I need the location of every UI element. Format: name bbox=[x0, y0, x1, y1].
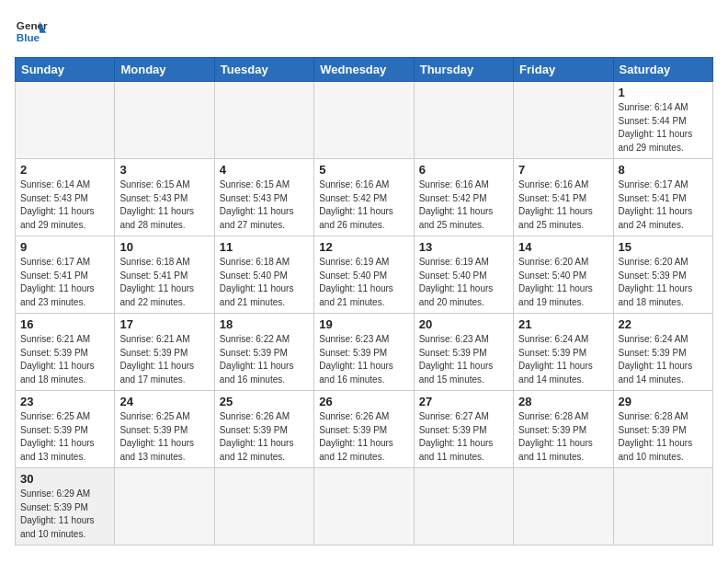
day-info: Sunrise: 6:28 AM Sunset: 5:39 PM Dayligh… bbox=[619, 410, 708, 464]
calendar-cell bbox=[314, 82, 414, 159]
col-header-wednesday: Wednesday bbox=[314, 58, 414, 82]
calendar-cell: 27Sunrise: 6:27 AM Sunset: 5:39 PM Dayli… bbox=[414, 391, 513, 468]
calendar-cell: 26Sunrise: 6:26 AM Sunset: 5:39 PM Dayli… bbox=[314, 391, 414, 468]
day-info: Sunrise: 6:25 AM Sunset: 5:39 PM Dayligh… bbox=[119, 410, 209, 464]
calendar-cell: 1Sunrise: 6:14 AM Sunset: 5:44 PM Daylig… bbox=[613, 82, 712, 159]
col-header-tuesday: Tuesday bbox=[214, 58, 313, 82]
day-number: 10 bbox=[119, 240, 209, 254]
day-number: 2 bbox=[20, 163, 109, 177]
calendar-cell: 21Sunrise: 6:24 AM Sunset: 5:39 PM Dayli… bbox=[514, 314, 613, 391]
day-number: 20 bbox=[419, 317, 508, 331]
calendar-cell: 2Sunrise: 6:14 AM Sunset: 5:43 PM Daylig… bbox=[16, 159, 115, 236]
day-info: Sunrise: 6:16 AM Sunset: 5:41 PM Dayligh… bbox=[518, 178, 608, 232]
calendar-cell bbox=[115, 82, 214, 159]
day-number: 6 bbox=[419, 163, 508, 177]
calendar-cell: 22Sunrise: 6:24 AM Sunset: 5:39 PM Dayli… bbox=[613, 314, 712, 391]
day-info: Sunrise: 6:14 AM Sunset: 5:43 PM Dayligh… bbox=[20, 178, 109, 232]
calendar-cell bbox=[414, 468, 513, 546]
calendar-cell: 12Sunrise: 6:19 AM Sunset: 5:40 PM Dayli… bbox=[314, 236, 414, 314]
day-info: Sunrise: 6:22 AM Sunset: 5:39 PM Dayligh… bbox=[220, 333, 309, 386]
calendar-cell bbox=[214, 468, 313, 546]
calendar-cell bbox=[514, 468, 613, 546]
day-number: 7 bbox=[518, 163, 608, 177]
calendar-header-row: SundayMondayTuesdayWednesdayThursdayFrid… bbox=[16, 58, 713, 82]
calendar-cell: 19Sunrise: 6:23 AM Sunset: 5:39 PM Dayli… bbox=[314, 314, 414, 391]
col-header-thursday: Thursday bbox=[414, 58, 513, 82]
day-info: Sunrise: 6:21 AM Sunset: 5:39 PM Dayligh… bbox=[20, 333, 109, 386]
calendar-cell: 20Sunrise: 6:23 AM Sunset: 5:39 PM Dayli… bbox=[414, 314, 513, 391]
day-info: Sunrise: 6:29 AM Sunset: 5:39 PM Dayligh… bbox=[20, 488, 109, 541]
day-number: 15 bbox=[619, 240, 708, 254]
day-info: Sunrise: 6:17 AM Sunset: 5:41 PM Dayligh… bbox=[20, 256, 109, 309]
calendar-cell: 6Sunrise: 6:16 AM Sunset: 5:42 PM Daylig… bbox=[414, 159, 513, 236]
calendar-week-4: 23Sunrise: 6:25 AM Sunset: 5:39 PM Dayli… bbox=[16, 391, 713, 468]
calendar-cell: 7Sunrise: 6:16 AM Sunset: 5:41 PM Daylig… bbox=[514, 159, 613, 236]
day-info: Sunrise: 6:18 AM Sunset: 5:41 PM Dayligh… bbox=[119, 256, 209, 309]
calendar: SundayMondayTuesdayWednesdayThursdayFrid… bbox=[15, 57, 713, 546]
calendar-cell: 28Sunrise: 6:28 AM Sunset: 5:39 PM Dayli… bbox=[514, 391, 613, 468]
calendar-cell: 29Sunrise: 6:28 AM Sunset: 5:39 PM Dayli… bbox=[613, 391, 712, 468]
calendar-cell bbox=[514, 82, 613, 159]
day-number: 5 bbox=[319, 163, 408, 177]
day-info: Sunrise: 6:27 AM Sunset: 5:39 PM Dayligh… bbox=[419, 410, 508, 464]
day-info: Sunrise: 6:25 AM Sunset: 5:39 PM Dayligh… bbox=[20, 410, 109, 464]
calendar-week-1: 2Sunrise: 6:14 AM Sunset: 5:43 PM Daylig… bbox=[16, 159, 713, 236]
day-number: 26 bbox=[319, 395, 408, 408]
calendar-cell: 4Sunrise: 6:15 AM Sunset: 5:43 PM Daylig… bbox=[214, 159, 313, 236]
day-info: Sunrise: 6:19 AM Sunset: 5:40 PM Dayligh… bbox=[419, 256, 508, 309]
col-header-friday: Friday bbox=[514, 58, 613, 82]
calendar-cell: 16Sunrise: 6:21 AM Sunset: 5:39 PM Dayli… bbox=[16, 314, 115, 391]
day-info: Sunrise: 6:16 AM Sunset: 5:42 PM Dayligh… bbox=[319, 178, 408, 232]
day-info: Sunrise: 6:18 AM Sunset: 5:40 PM Dayligh… bbox=[220, 256, 309, 309]
calendar-cell bbox=[115, 468, 214, 546]
calendar-week-3: 16Sunrise: 6:21 AM Sunset: 5:39 PM Dayli… bbox=[16, 314, 713, 391]
day-number: 16 bbox=[20, 317, 109, 331]
logo-icon: General Blue bbox=[15, 15, 48, 48]
day-info: Sunrise: 6:23 AM Sunset: 5:39 PM Dayligh… bbox=[419, 333, 508, 386]
day-info: Sunrise: 6:23 AM Sunset: 5:39 PM Dayligh… bbox=[319, 333, 408, 386]
day-info: Sunrise: 6:17 AM Sunset: 5:41 PM Dayligh… bbox=[619, 178, 708, 232]
calendar-cell: 30Sunrise: 6:29 AM Sunset: 5:39 PM Dayli… bbox=[16, 468, 115, 546]
calendar-cell: 11Sunrise: 6:18 AM Sunset: 5:40 PM Dayli… bbox=[214, 236, 313, 314]
calendar-cell: 5Sunrise: 6:16 AM Sunset: 5:42 PM Daylig… bbox=[314, 159, 414, 236]
calendar-cell bbox=[414, 82, 513, 159]
day-info: Sunrise: 6:20 AM Sunset: 5:39 PM Dayligh… bbox=[619, 256, 708, 309]
day-number: 19 bbox=[319, 317, 408, 331]
day-number: 4 bbox=[220, 163, 309, 177]
day-number: 1 bbox=[619, 86, 708, 99]
day-number: 12 bbox=[319, 240, 408, 254]
day-number: 14 bbox=[518, 240, 608, 254]
day-number: 23 bbox=[20, 395, 109, 408]
day-info: Sunrise: 6:19 AM Sunset: 5:40 PM Dayligh… bbox=[319, 256, 408, 309]
day-info: Sunrise: 6:15 AM Sunset: 5:43 PM Dayligh… bbox=[220, 178, 309, 232]
day-number: 22 bbox=[619, 317, 708, 331]
calendar-cell: 9Sunrise: 6:17 AM Sunset: 5:41 PM Daylig… bbox=[16, 236, 115, 314]
day-number: 24 bbox=[119, 395, 209, 408]
day-number: 29 bbox=[619, 395, 708, 408]
day-number: 17 bbox=[119, 317, 209, 331]
calendar-cell: 13Sunrise: 6:19 AM Sunset: 5:40 PM Dayli… bbox=[414, 236, 513, 314]
calendar-cell: 8Sunrise: 6:17 AM Sunset: 5:41 PM Daylig… bbox=[613, 159, 712, 236]
day-number: 11 bbox=[220, 240, 309, 254]
day-info: Sunrise: 6:28 AM Sunset: 5:39 PM Dayligh… bbox=[518, 410, 608, 464]
day-info: Sunrise: 6:26 AM Sunset: 5:39 PM Dayligh… bbox=[220, 410, 309, 464]
calendar-cell: 17Sunrise: 6:21 AM Sunset: 5:39 PM Dayli… bbox=[115, 314, 214, 391]
day-number: 25 bbox=[220, 395, 309, 408]
day-number: 9 bbox=[20, 240, 109, 254]
logo: General Blue bbox=[15, 15, 48, 48]
col-header-monday: Monday bbox=[115, 58, 214, 82]
col-header-saturday: Saturday bbox=[613, 58, 712, 82]
calendar-cell bbox=[214, 82, 313, 159]
day-number: 13 bbox=[419, 240, 508, 254]
calendar-cell: 24Sunrise: 6:25 AM Sunset: 5:39 PM Dayli… bbox=[115, 391, 214, 468]
calendar-week-2: 9Sunrise: 6:17 AM Sunset: 5:41 PM Daylig… bbox=[16, 236, 713, 314]
day-info: Sunrise: 6:14 AM Sunset: 5:44 PM Dayligh… bbox=[619, 101, 708, 155]
calendar-cell: 18Sunrise: 6:22 AM Sunset: 5:39 PM Dayli… bbox=[214, 314, 313, 391]
col-header-sunday: Sunday bbox=[16, 58, 115, 82]
day-number: 30 bbox=[20, 472, 109, 486]
header: General Blue bbox=[15, 15, 713, 48]
day-number: 8 bbox=[619, 163, 708, 177]
day-number: 3 bbox=[119, 163, 209, 177]
day-number: 27 bbox=[419, 395, 508, 408]
day-info: Sunrise: 6:24 AM Sunset: 5:39 PM Dayligh… bbox=[518, 333, 608, 386]
